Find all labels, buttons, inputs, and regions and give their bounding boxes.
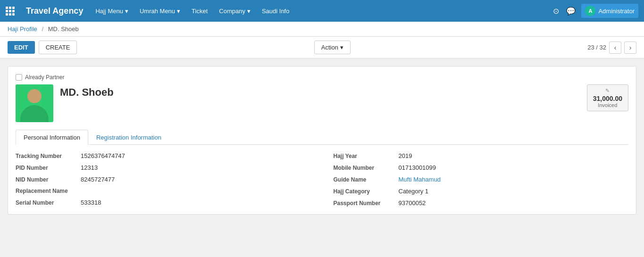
- chat-icon[interactable]: 💬: [566, 6, 576, 16]
- field-passport-number: Passport Number 93700052: [334, 199, 629, 207]
- user-name: Administrator: [598, 8, 635, 15]
- invoiced-amount: 31,000.00: [593, 95, 622, 102]
- navbar-menu-umrah[interactable]: Umrah Menu ▾: [135, 0, 185, 22]
- user-menu[interactable]: A Administrator: [581, 4, 638, 18]
- edit-button[interactable]: EDIT: [8, 41, 35, 54]
- tab-registration-information[interactable]: Registration Information: [88, 130, 169, 145]
- breadcrumb-current: MD. Shoeb: [48, 25, 79, 33]
- field-guide-name: Guide Name Mufti Mahamud: [334, 176, 629, 183]
- edit-icon: ✎: [593, 88, 622, 94]
- fields-grid: Tracking Number 1526376474747 PID Number…: [16, 152, 628, 207]
- grid-menu-icon[interactable]: [6, 7, 15, 16]
- chevron-down-icon: ▾: [340, 44, 343, 51]
- app-title: Travel Agency: [26, 6, 83, 16]
- chevron-down-icon: ▾: [247, 8, 251, 15]
- field-nid-number: NID Number 8245727477: [16, 176, 311, 183]
- navbar-menu-saudi[interactable]: Saudi Info: [257, 0, 294, 22]
- navbar-menu-ticket[interactable]: Ticket: [187, 0, 212, 22]
- field-tracking-number: Tracking Number 1526376474747: [16, 152, 311, 159]
- field-mobile-number: Mobile Number 01713001099: [334, 164, 629, 171]
- navbar: Travel Agency Hajj Menu ▾ Umrah Menu ▾ T…: [0, 0, 644, 22]
- already-partner-row: Already Partner: [16, 74, 628, 81]
- chevron-down-icon: ▾: [125, 8, 128, 15]
- already-partner-checkbox[interactable]: [16, 74, 22, 81]
- pagination: 23 / 32 ‹ ›: [587, 41, 636, 54]
- breadcrumb: Haji Profile / MD. Shoeb: [0, 22, 644, 37]
- create-button[interactable]: CREATE: [39, 41, 77, 54]
- field-hajj-year: Hajj Year 2019: [334, 152, 629, 159]
- chevron-down-icon: ▾: [177, 8, 180, 15]
- help-icon[interactable]: ⊙: [551, 6, 560, 16]
- prev-page-button[interactable]: ‹: [609, 41, 621, 54]
- pagination-display: 23 / 32: [587, 44, 606, 51]
- main-content: Already Partner MD. Shoeb ✎ 31,000.00 In…: [0, 58, 644, 255]
- navbar-menu-company[interactable]: Company ▾: [214, 0, 255, 22]
- invoiced-label: Invoiced: [593, 102, 622, 108]
- profile-header: MD. Shoeb ✎ 31,000.00 Invoiced: [16, 84, 628, 122]
- navbar-menu-hajj[interactable]: Hajj Menu ▾: [91, 0, 133, 22]
- invoiced-button[interactable]: ✎ 31,000.00 Invoiced: [587, 84, 628, 111]
- profile-photo: [16, 84, 53, 122]
- breadcrumb-parent[interactable]: Haji Profile: [8, 25, 37, 33]
- tab-personal-information[interactable]: Personal Information: [16, 130, 88, 145]
- action-button[interactable]: Action ▾: [314, 41, 351, 54]
- breadcrumb-separator: /: [42, 25, 43, 33]
- guide-name-link[interactable]: Mufti Mahamud: [399, 176, 441, 183]
- field-pid-number: PID Number 12313: [16, 164, 311, 171]
- navbar-menu: Hajj Menu ▾ Umrah Menu ▾ Ticket Company …: [91, 0, 544, 22]
- record-card: Already Partner MD. Shoeb ✎ 31,000.00 In…: [8, 66, 636, 215]
- navbar-right: ⊙ 💬 A Administrator: [551, 4, 638, 18]
- fields-left: Tracking Number 1526376474747 PID Number…: [16, 152, 322, 207]
- profile-name-block: MD. Shoeb: [60, 84, 114, 99]
- toolbar: EDIT CREATE Action ▾ 23 / 32 ‹ ›: [0, 37, 644, 58]
- next-page-button[interactable]: ›: [624, 41, 636, 54]
- field-serial-number: Serial Number 533318: [16, 199, 311, 206]
- tabs: Personal Information Registration Inform…: [16, 130, 628, 145]
- profile-name: MD. Shoeb: [60, 84, 114, 99]
- field-hajj-category: Hajj Category Category 1: [334, 188, 629, 195]
- already-partner-label: Already Partner: [25, 74, 64, 81]
- user-avatar: A: [585, 6, 595, 16]
- fields-right: Hajj Year 2019 Mobile Number 01713001099…: [322, 152, 629, 207]
- field-replacement-name: Replacement Name: [16, 188, 311, 194]
